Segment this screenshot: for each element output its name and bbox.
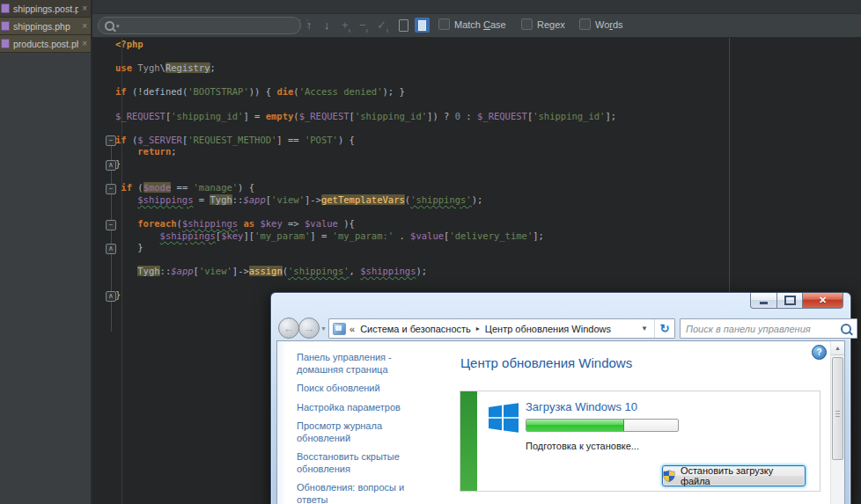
uac-shield-icon [663,470,675,482]
sidebar-link[interactable]: Обновления: вопросы и ответы [297,482,433,504]
search-history-chevron-icon[interactable]: ▾ [116,23,120,29]
editor-tab[interactable]: shippings.php× [0,18,91,35]
code-token: = [194,194,210,205]
php-file-icon [1,21,10,31]
highlight-in-file-icon[interactable] [399,19,408,32]
scrollbar-thumb[interactable] [832,357,843,460]
editor-tab[interactable]: products.post.php× [0,35,91,53]
code-token [115,218,137,229]
code-token: $_REQUEST [115,111,166,121]
open-in-find-window-icon[interactable] [415,18,430,33]
search-icon [841,324,851,334]
code-token: Tygh [210,194,232,205]
code-token [115,194,137,205]
code-line: $_REQUEST['shipping_id'] = empty($_REQUE… [115,111,616,123]
php-file-icon [1,4,10,13]
search-placeholder: Поиск в панели управления [686,324,841,334]
breadcrumb-separator-icon: ▸ [476,325,480,332]
code-token: Tygh [137,62,159,73]
code-line: if (!defined('BOOTSTRAP')) { die('Access… [115,86,616,99]
code-token [115,266,137,276]
code-token: $value [410,230,444,241]
sidebar-link[interactable]: Панель управления - домашняя страница [297,352,433,376]
tab-close-icon[interactable]: × [82,39,87,48]
code-token: 'Access denied' [299,86,383,97]
code-line [115,51,616,63]
words-toggle[interactable]: Words [579,18,623,30]
sidebar-link[interactable]: Восстановить скрытые обновления [297,451,433,475]
code-token: ]) ? [427,111,455,121]
forward-button[interactable]: → [298,318,320,339]
code-token: $key [221,230,243,241]
select-all-occurrences-icon[interactable]: ✓II [377,18,387,39]
sidebar-link[interactable]: Просмотр журнала обновлений [297,420,433,444]
minimize-button[interactable] [750,293,777,309]
tab-label: products.post.php [13,39,78,49]
next-occurrence-icon[interactable]: ↓ [324,18,330,33]
checkbox-icon[interactable] [579,18,591,30]
code-line: <?php [115,39,616,51]
code-token: 'shippings' [410,194,472,205]
scroll-up-icon[interactable]: ▲ [831,341,844,355]
address-bar[interactable]: « Система и безопасность ▸ Центр обновле… [328,318,675,339]
editor-tab[interactable]: shippings.post.php× [0,0,91,18]
minimize-icon [760,302,768,304]
code-token: ][ [243,230,254,241]
stop-download-label: Остановить загрузку файла [681,465,805,486]
find-search-input[interactable]: ▾ [98,17,301,34]
maximize-button[interactable] [777,293,802,309]
sidebar-links: Панель управления - домашняя страницаПои… [297,352,433,504]
close-button[interactable]: ✕ [802,293,843,309]
code-line [115,206,616,218]
screen: shippings.post.php×shippings.php×product… [0,0,861,504]
code-token [115,146,137,157]
match-case-toggle[interactable]: Match Case [438,18,506,30]
checkbox-icon[interactable] [438,18,450,30]
sidebar-link[interactable]: Настройка параметров [297,402,433,414]
tab-close-icon[interactable]: × [82,21,87,31]
tab-label: shippings.php [13,21,78,32]
window-content: ? Панель управления - домашняя страницаП… [276,340,845,504]
find-bar: ▾ ⋮⋮ ↑↓+II−II✓II Match CaseRegexWords [92,14,861,38]
recent-pages-chevron-icon[interactable]: ▼ [320,325,327,332]
prev-occurrence-icon[interactable]: ↑ [306,18,313,33]
code-line: $shippings[$key]['my_param'] = 'my_param… [115,230,616,243]
code-token: ]; [533,230,544,241]
code-token: foreach [137,218,176,229]
code-token: ] = [243,111,265,121]
download-heading: Загрузка Windows 10 [526,400,637,413]
code-token: $_SERVER [137,135,182,145]
address-dropdown-icon[interactable]: ▼ [635,325,654,332]
control-panel-search-input[interactable]: Поиск в панели управления [680,318,857,339]
refresh-button[interactable]: ↻ [654,319,674,338]
vertical-scrollbar[interactable]: ▲ [830,341,844,504]
code-token: 'shippings' [288,266,350,276]
status-stripe [460,391,477,491]
regex-toggle[interactable]: Regex [521,18,565,30]
windows-logo-icon [489,403,519,433]
breadcrumb-item-windows-update[interactable]: Центр обновления Windows [485,324,611,334]
code-token: 'view' [271,194,305,205]
code-token: . [394,230,410,241]
code-token: ); } [383,86,405,97]
code-token: } [115,289,121,300]
back-button[interactable]: ← [278,318,299,339]
main-pane: Центр обновления Windows Загрузка Window… [451,341,831,504]
code-token: => [283,218,305,229]
breadcrumb-item-system-security[interactable]: Система и безопасность [360,324,471,334]
tab-close-icon[interactable]: × [82,4,87,13]
checkbox-icon[interactable] [521,18,533,30]
code-token: ); [416,266,427,276]
remove-occurrence-icon[interactable]: −II [359,18,367,39]
code-token: return [137,146,171,157]
code-token: ; [210,62,216,73]
navigation-bar: ← → ▼ « Система и безопасность ▸ Центр о… [276,315,845,340]
add-occurrence-icon[interactable]: +II [342,18,350,39]
sidebar-link[interactable]: Поиск обновлений [297,383,433,395]
stop-download-button[interactable]: Остановить загрузку файла [662,465,806,486]
code-token: as [243,218,254,229]
search-icon [105,21,114,31]
code-token: 'shipping_id' [533,111,605,121]
code-token: $shippings [137,194,193,205]
code-token: 'REQUEST_METHOD' [188,135,276,145]
